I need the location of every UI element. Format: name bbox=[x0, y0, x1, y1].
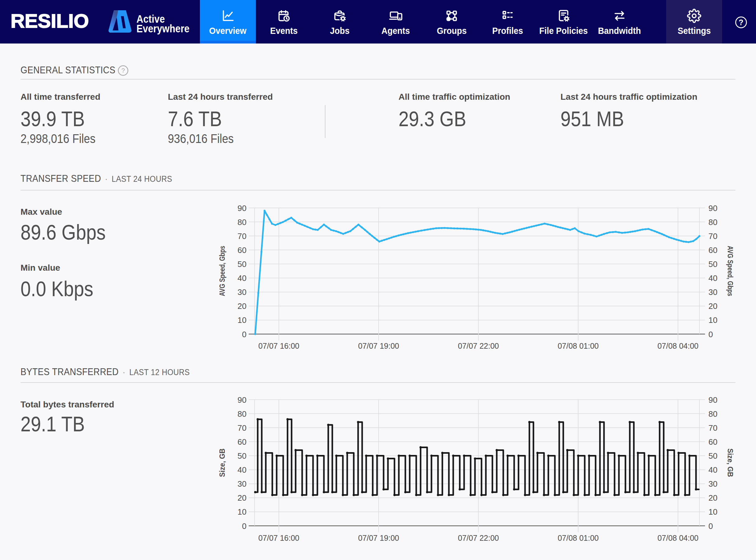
svg-text:07/07 19:00: 07/07 19:00 bbox=[358, 342, 399, 350]
svg-text:Size, GB: Size, GB bbox=[218, 448, 226, 477]
svg-text:80: 80 bbox=[709, 409, 717, 419]
svg-text:80: 80 bbox=[238, 218, 246, 227]
svg-text:60: 60 bbox=[709, 245, 717, 255]
svg-text:07/08 04:00: 07/08 04:00 bbox=[657, 342, 698, 350]
svg-text:20: 20 bbox=[238, 493, 246, 502]
svg-text:30: 30 bbox=[709, 479, 717, 488]
svg-text:60: 60 bbox=[238, 437, 246, 446]
svg-text:07/08 01:00: 07/08 01:00 bbox=[558, 534, 599, 542]
svg-text:0: 0 bbox=[709, 330, 713, 339]
svg-text:90: 90 bbox=[709, 203, 717, 213]
svg-text:10: 10 bbox=[709, 507, 717, 517]
svg-text:07/08 04:00: 07/08 04:00 bbox=[657, 534, 698, 542]
svg-text:40: 40 bbox=[709, 274, 717, 283]
svg-text:50: 50 bbox=[709, 451, 717, 461]
svg-text:80: 80 bbox=[238, 409, 246, 419]
svg-text:90: 90 bbox=[238, 203, 246, 213]
svg-text:30: 30 bbox=[238, 479, 246, 488]
svg-text:0: 0 bbox=[242, 521, 246, 531]
svg-text:90: 90 bbox=[238, 395, 246, 405]
svg-text:07/07 16:00: 07/07 16:00 bbox=[258, 534, 299, 542]
svg-text:20: 20 bbox=[238, 301, 246, 311]
svg-text:60: 60 bbox=[709, 437, 717, 446]
svg-text:30: 30 bbox=[238, 287, 246, 297]
svg-text:20: 20 bbox=[709, 301, 717, 311]
svg-text:80: 80 bbox=[709, 218, 717, 227]
svg-text:07/07 22:00: 07/07 22:00 bbox=[458, 342, 499, 350]
svg-text:AVG Speed, Gbps: AVG Speed, Gbps bbox=[726, 246, 735, 296]
svg-text:40: 40 bbox=[709, 465, 717, 475]
svg-text:90: 90 bbox=[709, 395, 717, 405]
svg-text:50: 50 bbox=[238, 259, 246, 269]
svg-text:70: 70 bbox=[238, 232, 246, 241]
svg-text:07/08 01:00: 07/08 01:00 bbox=[558, 342, 599, 350]
svg-text:30: 30 bbox=[709, 287, 717, 297]
svg-text:07/07 19:00: 07/07 19:00 bbox=[358, 534, 399, 542]
svg-text:Size, GB: Size, GB bbox=[726, 448, 735, 477]
svg-text:10: 10 bbox=[709, 316, 717, 325]
svg-text:07/07 22:00: 07/07 22:00 bbox=[458, 534, 499, 542]
svg-text:0: 0 bbox=[242, 330, 246, 339]
svg-text:10: 10 bbox=[238, 507, 246, 517]
svg-text:40: 40 bbox=[238, 274, 246, 283]
svg-text:50: 50 bbox=[709, 259, 717, 269]
svg-text:0: 0 bbox=[709, 521, 713, 531]
svg-text:60: 60 bbox=[238, 245, 246, 255]
svg-text:70: 70 bbox=[709, 232, 717, 241]
svg-text:70: 70 bbox=[709, 423, 717, 433]
svg-text:20: 20 bbox=[709, 493, 717, 502]
svg-text:70: 70 bbox=[238, 423, 246, 433]
svg-text:07/07 16:00: 07/07 16:00 bbox=[258, 342, 299, 350]
svg-text:50: 50 bbox=[238, 451, 246, 461]
svg-text:AVG Speed, Gbps: AVG Speed, Gbps bbox=[218, 246, 226, 296]
svg-text:10: 10 bbox=[238, 316, 246, 325]
svg-text:40: 40 bbox=[238, 465, 246, 475]
